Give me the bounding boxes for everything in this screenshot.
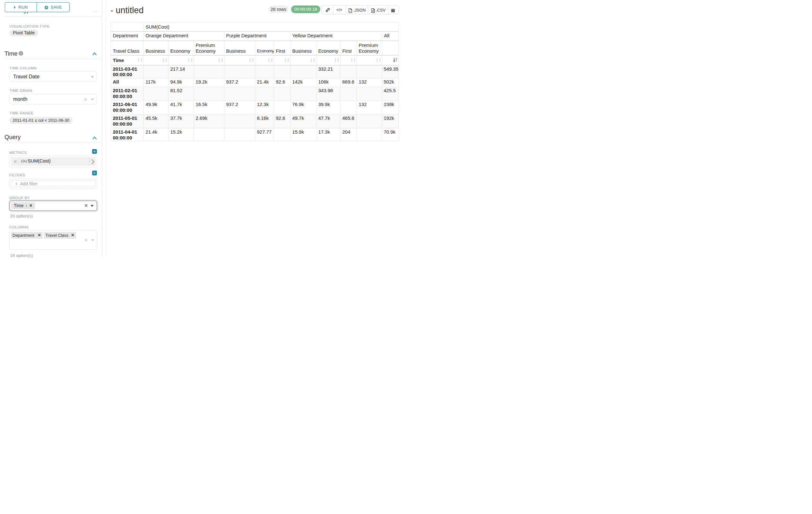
svg-text:</>: </> xyxy=(349,10,352,12)
